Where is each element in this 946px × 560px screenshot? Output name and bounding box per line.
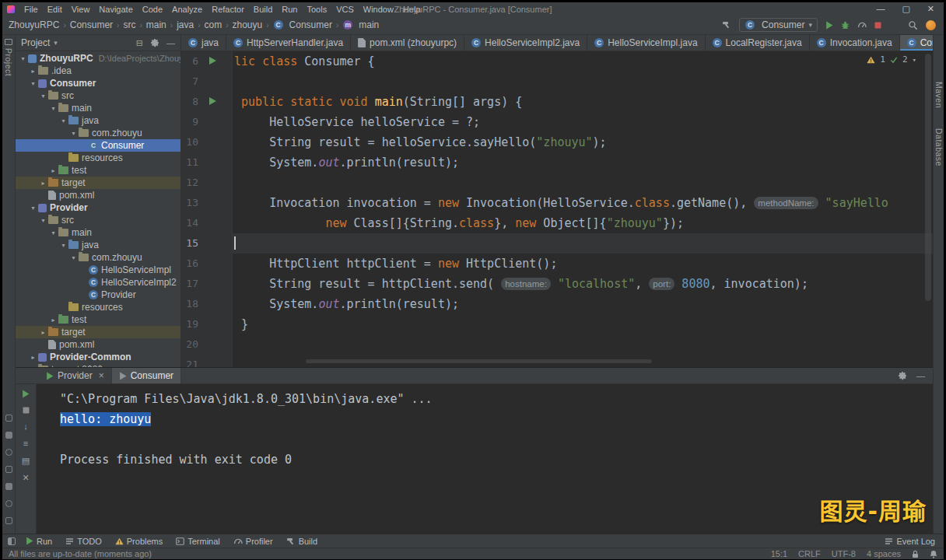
code-line-14[interactable]: 14 new Class[]{String.class}, new Object… <box>181 213 933 233</box>
code-line-18[interactable]: 18 System.out.println(result); <box>181 294 933 314</box>
tool-stripe-icon[interactable] <box>5 500 12 507</box>
toolwindow-switcher-icon[interactable] <box>8 537 16 545</box>
tree-item-zhouyurpc[interactable]: ▾ZhouyuRPCD:\IdeaProjects\Zhouyu... <box>16 52 180 65</box>
tree-item-test[interactable]: ▸test <box>16 164 180 177</box>
tree-item-provider-common[interactable]: ▸Provider-Common <box>16 351 180 363</box>
collapse-arrow-icon[interactable]: ▾ <box>29 80 37 87</box>
profiler-icon[interactable] <box>857 20 867 30</box>
collapse-arrow-icon[interactable]: ▾ <box>49 229 58 236</box>
gear-icon[interactable] <box>150 38 159 47</box>
lock-icon[interactable] <box>912 550 919 558</box>
expand-arrow-icon[interactable]: ▸ <box>39 329 47 336</box>
code-line-17[interactable]: 17 String result = httpClient.send( host… <box>181 274 933 294</box>
tree-item-resources[interactable]: resources <box>16 301 180 313</box>
tree-item-src[interactable]: ▾src <box>16 214 180 226</box>
menu-analyze[interactable]: Analyze <box>167 5 207 14</box>
tree-item-pom-xml[interactable]: pom.xml <box>16 338 180 351</box>
collapse-arrow-icon[interactable]: ▾ <box>59 117 68 124</box>
expand-arrow-icon[interactable]: ▸ <box>29 68 37 75</box>
run-configuration-select[interactable]: CConsumer▾ <box>739 18 818 32</box>
editor-tab-helloserviceimpl-java[interactable]: CHelloServiceImpl.java <box>587 35 705 51</box>
status-utf-8[interactable]: UTF-8 <box>832 549 856 558</box>
stripe-label-maven[interactable]: Maven <box>934 82 944 108</box>
toolwindow-terminal[interactable]: Terminal <box>176 537 220 546</box>
clear-icon[interactable]: ✕ <box>22 474 29 482</box>
menu-tools[interactable]: Tools <box>302 5 331 14</box>
collapse-arrow-icon[interactable]: ▾ <box>29 205 37 212</box>
editor[interactable]: 6lic class Consumer {78 public static vo… <box>181 51 933 367</box>
run-tab-provider[interactable]: Provider× <box>39 368 112 383</box>
status-15-1[interactable]: 15:1 <box>771 549 787 558</box>
breadcrumb-item-zhouyu[interactable]: zhouyu <box>231 19 265 30</box>
tree-item-helloserviceimpl2[interactable]: CHelloServiceImpl2 <box>16 276 180 289</box>
code-line-12[interactable]: 12 <box>181 173 933 193</box>
breadcrumb-item-java[interactable]: java <box>175 19 195 30</box>
console-line[interactable]: "C:\Program Files\Java\jdk1.8.0_301\bin\… <box>60 389 933 409</box>
tree-item-main[interactable]: ▾main <box>16 226 180 239</box>
expand-arrow-icon[interactable]: ▸ <box>29 354 37 361</box>
tree-item-target[interactable]: ▸target <box>16 177 180 189</box>
collapse-all-icon[interactable]: ⊟ <box>136 38 143 48</box>
toolwindow-problems[interactable]: Problems <box>115 537 163 546</box>
gear-icon[interactable] <box>898 371 907 380</box>
tool-stripe-icon[interactable] <box>5 466 12 473</box>
tree-item-java[interactable]: ▾java <box>16 114 180 127</box>
status-4-spaces[interactable]: 4 spaces <box>867 549 901 558</box>
tool-stripe-icon[interactable] <box>5 449 12 456</box>
run-play-icon[interactable] <box>825 21 833 30</box>
code-line-8[interactable]: 8 public static void main(String[] args)… <box>181 92 933 112</box>
minimize-icon[interactable]: — <box>876 4 885 14</box>
breadcrumb-item-consumer[interactable]: Consumer <box>68 19 114 30</box>
code-line-10[interactable]: 10 String result = helloService.sayHello… <box>181 132 933 152</box>
menu-run[interactable]: Run <box>277 5 302 14</box>
tree-item-test[interactable]: ▸test <box>16 313 180 326</box>
build-hammer-icon[interactable] <box>722 20 731 30</box>
editor-tab-invocation-java[interactable]: CInvocation.java <box>810 35 900 51</box>
menu-view[interactable]: View <box>67 5 95 14</box>
code-line-6[interactable]: 6lic class Consumer { <box>181 51 933 72</box>
console-line[interactable]: Process finished with exit code 0 <box>60 450 933 470</box>
code-line-20[interactable]: 20 <box>181 334 933 355</box>
tool-stripe-icon[interactable] <box>5 517 12 524</box>
toolwindow-event-log[interactable]: Event Log <box>885 537 935 546</box>
maximize-icon[interactable]: ▢ <box>902 4 909 14</box>
tree-item-idea[interactable]: ▸.idea <box>16 65 180 77</box>
tree-item-target[interactable]: ▸target <box>16 326 180 338</box>
collapse-arrow-icon[interactable]: ▾ <box>69 130 78 137</box>
tree-item-consumer[interactable]: ▾Consumer <box>16 77 180 89</box>
rerun-icon[interactable] <box>22 390 30 398</box>
menu-file[interactable]: File <box>19 5 43 14</box>
chevron-down-icon[interactable]: ▾ <box>54 39 58 47</box>
tree-item-helloserviceimpl[interactable]: CHelloServiceImpl <box>16 264 180 276</box>
collapse-arrow-icon[interactable]: ▾ <box>19 55 27 62</box>
tree-item-main[interactable]: ▾main <box>16 102 180 114</box>
project-panel-title[interactable]: Project <box>21 37 50 48</box>
breadcrumb-item-com[interactable]: com <box>202 19 223 30</box>
console-line[interactable] <box>60 429 933 450</box>
notifications-bell-icon[interactable] <box>930 550 937 558</box>
tool-stripe-icon[interactable] <box>5 483 12 490</box>
code-line-9[interactable]: 9 HelloService helloService = ?; <box>181 112 933 132</box>
chevron-down-icon[interactable]: ▾ <box>913 56 916 64</box>
close-icon[interactable]: × <box>99 370 104 381</box>
editor-vertical-scrollbar[interactable] <box>925 54 931 301</box>
code-line-19[interactable]: 19 } <box>181 314 933 334</box>
collapse-arrow-icon[interactable]: ▾ <box>69 254 78 261</box>
stripe-label-database[interactable]: Database <box>934 128 944 166</box>
tree-item-java[interactable]: ▾java <box>16 239 180 251</box>
code-line-15[interactable]: 15 <box>181 233 933 254</box>
run-gutter-icon[interactable] <box>209 57 216 65</box>
soft-wrap-icon[interactable]: ≡ <box>23 439 28 448</box>
run-gutter-icon[interactable] <box>209 97 216 105</box>
editor-tab-httpserverhandler-java[interactable]: CHttpServerHandler.java <box>226 35 351 51</box>
toolwindow-todo[interactable]: TODO <box>65 537 102 546</box>
debug-bug-icon[interactable] <box>841 21 850 30</box>
expand-arrow-icon[interactable]: ▸ <box>49 167 58 174</box>
editor-tab-localregister-java[interactable]: CLocalRegister.java <box>706 35 810 51</box>
hide-panel-icon[interactable]: — <box>916 371 925 380</box>
menu-vcs[interactable]: VCS <box>331 5 359 14</box>
run-tab-consumer[interactable]: Consumer <box>112 368 181 383</box>
tool-stripe-icon[interactable] <box>5 415 12 422</box>
menu-code[interactable]: Code <box>138 5 167 14</box>
menu-edit[interactable]: Edit <box>43 5 67 14</box>
